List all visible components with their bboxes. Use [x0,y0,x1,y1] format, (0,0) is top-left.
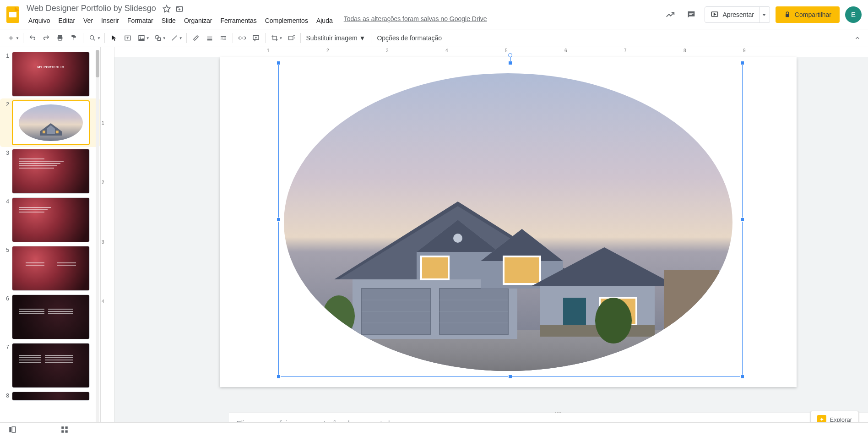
resize-handle-bl[interactable] [277,375,281,379]
svg-rect-71 [12,427,16,432]
share-label: Compartilhar [795,11,831,18]
thumbnail-3[interactable]: 3 [0,147,100,196]
menu-addons[interactable]: Complementos [261,15,312,26]
menu-bar: Arquivo Editar Ver Inserir Formatar Slid… [25,15,662,26]
resize-handle-bm[interactable] [508,375,512,379]
select-tool[interactable] [108,32,120,44]
svg-marker-7 [714,13,716,16]
resize-handle-tl[interactable] [277,61,281,65]
bottom-bar [0,422,868,436]
selection-box[interactable] [278,63,743,377]
grid-view-icon[interactable] [57,424,72,436]
textbox-tool[interactable] [121,32,134,44]
activity-icon[interactable] [662,7,678,22]
svg-rect-75 [65,430,68,432]
present-label: Apresentar [722,11,754,18]
workspace: 1 MY PORTFOLIO 2 3 4 5 6 7 [0,47,868,436]
thumbnails-scrollbar[interactable] [94,47,100,436]
svg-rect-24 [157,38,160,40]
link-tool[interactable] [236,32,249,44]
resize-handle-mr[interactable] [740,218,744,222]
present-button[interactable]: Apresentar [705,6,760,23]
menu-arrange[interactable]: Organizar [180,15,216,26]
present-options-dropdown[interactable] [759,6,770,23]
rotate-handle[interactable] [508,53,512,57]
svg-line-25 [172,36,177,41]
menu-tools[interactable]: Ferramentas [217,15,260,26]
thumbnail-8[interactable]: 8 [0,390,100,403]
format-options-button[interactable]: Opções de formatação [374,34,445,42]
menu-edit[interactable]: Editar [54,15,79,26]
line-tool[interactable]: ▼ [168,32,184,44]
save-status[interactable]: Todas as alterações foram salvas no Goog… [344,15,487,26]
resize-handle-br[interactable] [740,375,744,379]
svg-rect-73 [65,426,68,429]
thumbnails-panel[interactable]: 1 MY PORTFOLIO 2 3 4 5 6 7 [0,47,101,436]
resize-handle-tm[interactable] [508,61,512,65]
svg-rect-9 [786,14,789,17]
slides-logo-icon[interactable] [4,5,22,24]
redo-button[interactable] [40,32,53,44]
thumbnail-4[interactable]: 4 [0,196,100,244]
image-tool[interactable]: ▼ [135,32,151,44]
border-weight-tool[interactable] [203,32,216,44]
svg-marker-2 [163,5,170,12]
notes-resize-handle[interactable] [548,412,567,414]
menu-view[interactable]: Ver [80,15,97,26]
menu-help[interactable]: Ajuda [313,15,336,26]
reset-image-tool[interactable] [285,32,298,44]
svg-rect-4 [689,13,694,13]
border-color-tool[interactable] [190,32,202,44]
comment-tool[interactable] [250,32,262,44]
comments-icon[interactable] [684,7,699,22]
collapse-toolbar-icon[interactable] [852,33,863,44]
svg-point-22 [140,37,141,38]
menu-slide[interactable]: Slide [158,15,179,26]
thumbnail-7[interactable]: 7 [0,341,100,390]
title-block: Web Designer Portfolio by Slidesgo Arqui… [25,3,662,26]
zoom-button[interactable]: ▼ [86,32,102,44]
share-button[interactable]: Compartilhar [776,6,840,23]
new-slide-button[interactable]: ▼ [5,32,20,44]
menu-format[interactable]: Formatar [124,15,157,26]
resize-handle-ml[interactable] [277,218,281,222]
svg-point-23 [155,35,159,39]
svg-rect-14 [59,38,62,40]
thumbnail-2[interactable]: 2 [0,98,100,147]
thumbnail-5[interactable]: 5 [0,244,100,293]
undo-button[interactable] [26,32,39,44]
svg-line-17 [93,39,95,40]
shape-tool[interactable]: ▼ [152,32,167,44]
app-header: Web Designer Portfolio by Slidesgo Arqui… [0,0,868,26]
horizontal-ruler: 1 2 3 4 5 6 7 8 9 [114,47,868,57]
svg-point-16 [90,36,94,39]
svg-rect-5 [689,14,692,15]
crop-tool[interactable]: ▼ [268,32,284,44]
move-to-folder-icon[interactable] [175,5,184,13]
svg-rect-1 [9,12,16,17]
svg-rect-12 [58,35,62,37]
svg-marker-8 [762,14,766,16]
star-icon[interactable] [163,5,171,13]
border-dash-tool[interactable] [217,32,230,44]
svg-rect-72 [61,426,64,429]
paint-format-button[interactable] [67,32,80,44]
thumbnail-1[interactable]: 1 MY PORTFOLIO [0,50,100,98]
toolbar: ▼ ▼ ▼ ▼ ▼ ▼ Substituir imagem▼ Opções de… [0,29,868,47]
svg-rect-38 [43,131,45,133]
menu-file[interactable]: Arquivo [25,15,54,26]
header-right: Apresentar Compartilhar E [662,6,862,23]
menu-insert[interactable]: Inserir [98,15,123,26]
thumbnail-6[interactable]: 6 [0,293,100,341]
svg-rect-74 [61,430,64,432]
resize-handle-tr[interactable] [740,61,744,65]
filmstrip-view-icon[interactable] [5,424,20,436]
doc-title[interactable]: Web Designer Portfolio by Slidesgo [25,3,158,14]
svg-rect-39 [56,131,59,133]
print-button[interactable] [54,32,66,44]
svg-rect-35 [288,36,293,40]
account-avatar[interactable]: E [845,6,862,23]
canvas-area[interactable]: 1 2 3 4 5 6 7 8 9 [114,47,868,436]
replace-image-dropdown[interactable]: Substituir imagem▼ [304,34,369,42]
vertical-ruler: 1 2 3 4 [101,47,114,436]
